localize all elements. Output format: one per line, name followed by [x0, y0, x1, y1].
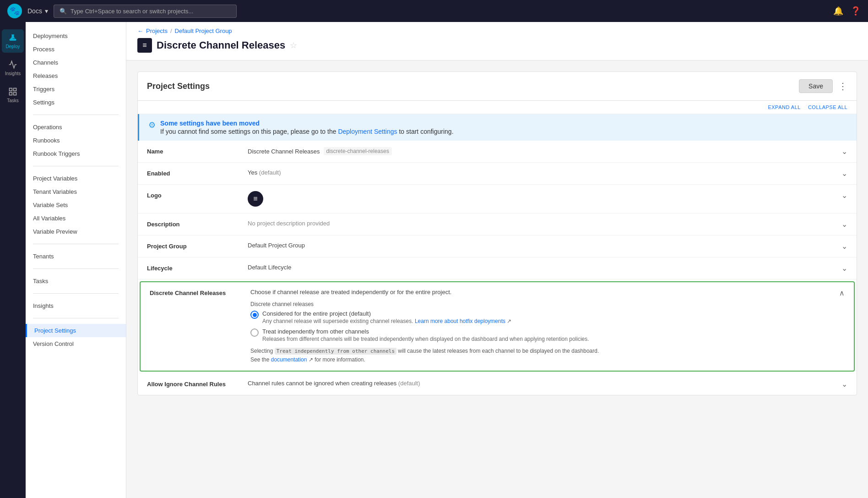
setting-row-description: Description No project description provi… — [138, 213, 857, 235]
radio-option-1-default: (default) — [349, 310, 371, 317]
discrete-chevron-icon[interactable]: ∧ — [839, 289, 845, 297]
project-group-chevron-icon[interactable]: ⌄ — [841, 242, 847, 251]
app-logo: 🐾 — [7, 4, 22, 18]
description-chevron-icon[interactable]: ⌄ — [841, 220, 847, 229]
info-banner-body: If you cannot find some settings on this… — [160, 128, 454, 135]
setting-label-allow-ignore: Allow Ignore Channel Rules — [147, 380, 248, 388]
sidebar-group-operations: Operations Runbooks Runbook Triggers — [26, 120, 126, 160]
sidebar-group-project: Project Settings Version Control — [26, 324, 126, 350]
radio-independent[interactable] — [250, 328, 259, 337]
sidebar-divider-3 — [33, 244, 119, 244]
discrete-footer-3: See the — [250, 356, 269, 363]
sidebar-item-runbooks[interactable]: Runbooks — [26, 134, 126, 147]
sidebar-item-releases[interactable]: Releases — [26, 69, 126, 82]
setting-value-project-group: Default Project Group — [248, 242, 836, 249]
topbar-actions: 🔔 ❓ — [833, 6, 861, 16]
lifecycle-chevron-icon[interactable]: ⌄ — [841, 264, 847, 273]
nav-label-tasks: Tasks — [7, 98, 19, 103]
radio-option-1-content: Considered for the entire project (defau… — [262, 310, 511, 324]
documentation-link[interactable]: documentation — [271, 356, 307, 363]
info-icon: ⚙ — [148, 120, 156, 130]
sidebar-item-tenants[interactable]: Tenants — [26, 250, 126, 263]
sidebar-item-settings[interactable]: Settings — [26, 96, 126, 109]
sidebar-item-process[interactable]: Process — [26, 43, 126, 56]
breadcrumb-current[interactable]: Default Project Group — [175, 27, 232, 34]
sidebar-group-main: Deployments Process Channels Releases Tr… — [26, 29, 126, 109]
main-content: ← Projects / Default Project Group ≡ Dis… — [126, 22, 868, 498]
setting-label-enabled: Enabled — [147, 169, 248, 177]
enabled-text: Yes — [248, 169, 257, 176]
info-banner-body-text: If you cannot find some settings on this… — [160, 128, 336, 135]
sidebar-item-all-variables[interactable]: All Variables — [26, 212, 126, 225]
settings-card: Project Settings Save ⋮ EXPAND ALL COLLA… — [137, 71, 857, 395]
sidebar-item-version-control[interactable]: Version Control — [26, 337, 126, 350]
sidebar-item-tenant-variables[interactable]: Tenant Variables — [26, 185, 126, 198]
collapse-all-button[interactable]: COLLAPSE ALL — [808, 104, 847, 110]
info-banner: ⚙ Some settings have been moved If you c… — [138, 114, 857, 141]
setting-label-lifecycle: Lifecycle — [147, 264, 248, 272]
name-text: Discrete Channel Releases — [248, 148, 320, 155]
sidebar-group-tasks: Tasks — [26, 274, 126, 288]
sidebar-item-channels[interactable]: Channels — [26, 56, 126, 69]
sidebar-item-runbook-triggers[interactable]: Runbook Triggers — [26, 147, 126, 160]
setting-row-name: Name Discrete Channel Releases discrete-… — [138, 141, 857, 163]
nav-label-insights: Insights — [5, 71, 21, 76]
page-title-row: ≡ Discrete Channel Releases ☆ — [137, 38, 857, 53]
back-arrow-icon[interactable]: ← — [137, 27, 143, 34]
sidebar-item-variable-preview[interactable]: Variable Preview — [26, 225, 126, 238]
sidebar-divider-1 — [33, 115, 119, 115]
expand-collapse-row: EXPAND ALL COLLAPSE ALL — [138, 101, 857, 114]
breadcrumb-parent[interactable]: Projects — [146, 27, 168, 34]
settings-title: Project Settings — [147, 82, 210, 91]
sidebar-group-variables: Project Variables Tenant Variables Varia… — [26, 172, 126, 238]
radio-entire-project[interactable] — [250, 311, 259, 319]
setting-row-logo: Logo ≡ ⌄ — [138, 185, 857, 213]
page-icon-symbol: ≡ — [142, 41, 146, 49]
hotfix-deployments-link[interactable]: Learn more about hotfix deployments — [415, 318, 505, 324]
setting-value-lifecycle: Default Lifecycle — [248, 264, 836, 271]
allow-ignore-chevron-icon[interactable]: ⌄ — [841, 380, 847, 389]
setting-value-logo: ≡ — [248, 191, 836, 207]
sidebar-divider-5 — [33, 293, 119, 294]
setting-row-project-group: Project Group Default Project Group ⌄ — [138, 235, 857, 257]
sidebar-item-triggers[interactable]: Triggers — [26, 82, 126, 96]
nav-item-tasks[interactable]: Tasks — [2, 83, 24, 107]
sidebar-item-project-settings[interactable]: Project Settings — [26, 324, 126, 337]
search-placeholder: Type Ctrl+Space to search or switch proj… — [71, 8, 193, 15]
discrete-footer-code: Treat independently from other channels — [275, 348, 396, 355]
logo-chevron-icon[interactable]: ⌄ — [841, 191, 847, 200]
page-header: ← Projects / Default Project Group ≡ Dis… — [126, 22, 868, 60]
info-banner-content: Some settings have been moved If you can… — [160, 120, 454, 135]
topbar: 🐾 Docs ▾ 🔍 Type Ctrl+Space to search or … — [0, 0, 868, 22]
svg-rect-3 — [10, 93, 12, 95]
name-chevron-icon[interactable]: ⌄ — [841, 147, 847, 156]
deployment-settings-link[interactable]: Deployment Settings — [338, 128, 397, 135]
favorite-icon[interactable]: ☆ — [290, 40, 297, 50]
name-slug: discrete-channel-releases — [324, 147, 392, 155]
settings-header: Project Settings Save ⋮ — [138, 72, 857, 101]
sidebar-group-insights: Insights — [26, 299, 126, 312]
sidebar-item-variable-sets[interactable]: Variable Sets — [26, 198, 126, 212]
svg-rect-0 — [10, 88, 12, 91]
notifications-icon[interactable]: 🔔 — [833, 6, 843, 16]
search-bar[interactable]: 🔍 Type Ctrl+Space to search or switch pr… — [54, 5, 237, 18]
radio-option-entire-project[interactable]: Considered for the entire project (defau… — [250, 310, 839, 324]
sidebar-item-insights[interactable]: Insights — [26, 299, 126, 312]
breadcrumb: ← Projects / Default Project Group — [137, 27, 857, 34]
radio-option-independent[interactable]: Treat independently from other channels … — [250, 328, 839, 342]
nav-item-deploy[interactable]: Deploy — [2, 29, 24, 53]
radio-option-2-sub: Releases from different channels will be… — [262, 336, 589, 342]
enabled-chevron-icon[interactable]: ⌄ — [841, 169, 847, 178]
sidebar-item-operations[interactable]: Operations — [26, 120, 126, 134]
more-options-button[interactable]: ⋮ — [838, 81, 847, 92]
radio-option-1-label: Considered for the entire project (defau… — [262, 310, 511, 317]
sidebar-item-deployments[interactable]: Deployments — [26, 29, 126, 43]
sidebar-group-tenants: Tenants — [26, 250, 126, 263]
sidebar-item-tasks[interactable]: Tasks — [26, 274, 126, 288]
save-button[interactable]: Save — [799, 79, 833, 93]
project-selector[interactable]: Docs ▾ — [27, 7, 48, 15]
help-icon[interactable]: ❓ — [851, 6, 861, 16]
sidebar-item-project-variables[interactable]: Project Variables — [26, 172, 126, 185]
expand-all-button[interactable]: EXPAND ALL — [768, 104, 800, 110]
nav-item-insights[interactable]: Insights — [2, 56, 24, 80]
